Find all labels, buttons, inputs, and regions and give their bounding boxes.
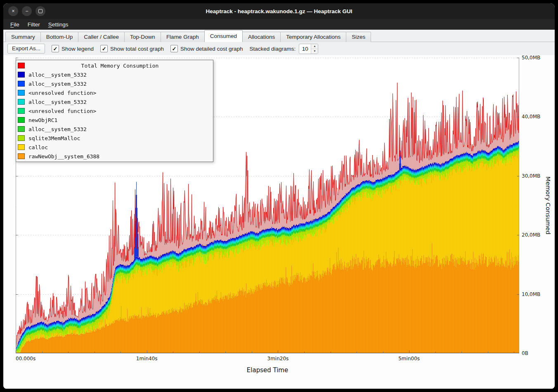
minimize-icon: −	[25, 9, 28, 14]
tab-temporary-allocations[interactable]: Temporary Allocations	[280, 32, 346, 42]
legend-swatch	[18, 153, 25, 159]
legend-swatch	[18, 90, 25, 96]
maximize-icon	[38, 9, 43, 13]
checkbox-box[interactable]: ✓	[100, 45, 108, 52]
checkbox-check-icon: ✓	[172, 46, 176, 52]
x-axis-tick-label: 5min00s	[398, 356, 420, 361]
app-window: × − Heaptrack - heaptrack.wakunode.1.gz …	[3, 3, 555, 389]
y-axis-title: Memory Consumed	[543, 58, 553, 353]
y-axis-tick-label: 20,0MB	[522, 232, 540, 238]
y-axis-tick-label: 40,0MB	[522, 114, 540, 120]
legend-entry: calloc	[18, 143, 211, 152]
spin-down-icon: ▼	[313, 50, 316, 53]
y-axis-tick-label: 0B	[522, 350, 528, 356]
toolbar: Export As... ✓Show legend✓Show total cos…	[3, 42, 555, 55]
checkbox-show-detailed-cost-graph[interactable]: ✓Show detailed cost graph	[170, 45, 243, 52]
checkbox-label: Show detailed cost graph	[180, 46, 243, 52]
menu-item-filter[interactable]: Filter	[24, 20, 44, 29]
legend-entry: rawNewObj__system_6388	[18, 152, 211, 161]
legend-entry-label: alloc__system_5332	[28, 81, 87, 87]
legend-entry-label: newObjRC1	[28, 117, 57, 123]
y-axis-tick-label: 10,0MB	[522, 291, 540, 297]
legend-swatch	[18, 117, 25, 123]
legend-entry: alloc__system_5332	[18, 124, 211, 134]
legend-swatch	[18, 99, 25, 105]
checkbox-show-legend[interactable]: ✓Show legend	[52, 45, 94, 52]
checkbox-group: ✓Show legend✓Show total cost graph✓Show …	[52, 45, 243, 52]
consumed-chart-region: Total Memory Consumption alloc__system_5…	[3, 55, 555, 389]
legend-entry: <unresolved function>	[18, 88, 211, 97]
stacked-diagrams-value[interactable]: 10	[299, 44, 311, 54]
tab-bottom-up[interactable]: Bottom-Up	[40, 32, 79, 42]
close-icon: ×	[12, 9, 14, 14]
legend-entry-label: alloc__system_5332	[28, 72, 87, 78]
tab-sizes[interactable]: Sizes	[346, 32, 371, 42]
minimize-button[interactable]: −	[22, 6, 32, 16]
legend-swatch	[18, 126, 25, 132]
title-bar: × − Heaptrack - heaptrack.wakunode.1.gz …	[3, 3, 555, 19]
x-axis-tick-label: 3min20s	[267, 356, 289, 361]
tab-caller-callee[interactable]: Caller / Callee	[78, 32, 125, 42]
legend-entry-label: <unresolved function>	[28, 90, 96, 96]
legend-entry-label: <unresolved function>	[28, 108, 96, 114]
menu-item-settings[interactable]: Settings	[45, 20, 72, 29]
checkbox-check-icon: ✓	[53, 46, 58, 52]
legend-swatch	[18, 144, 25, 150]
tab-allocations[interactable]: Allocations	[242, 32, 281, 42]
tab-bar: SummaryBottom-UpCaller / CalleeTop-DownF…	[3, 30, 555, 42]
spin-up-button[interactable]: ▲	[311, 44, 318, 49]
legend-swatch	[18, 108, 25, 114]
stacked-diagrams-label: Stacked diagrams:	[250, 46, 296, 52]
legend-entry: <unresolved function>	[18, 106, 211, 115]
legend-title: Total Memory Consumption	[28, 63, 211, 69]
legend-entry-label: alloc__system_5332	[28, 126, 87, 132]
x-axis-title: Elapsed Time	[247, 366, 288, 374]
checkbox-check-icon: ✓	[102, 46, 106, 52]
legend-entry: alloc__system_5332	[18, 97, 211, 106]
legend-swatch	[18, 81, 25, 87]
tab-consumed[interactable]: Consumed	[204, 30, 243, 42]
y-axis-tick-label: 30,0MB	[522, 173, 540, 179]
menu-bar: FileFilterSettings	[3, 19, 555, 30]
legend-title-swatch	[18, 63, 25, 68]
stacked-diagrams-control: Stacked diagrams: 10 ▲ ▼	[250, 44, 319, 54]
legend-entries: alloc__system_5332alloc__system_5332<unr…	[18, 70, 211, 161]
checkbox-box[interactable]: ✓	[52, 45, 59, 52]
legend-entry-label: sqlite3MemMalloc	[28, 135, 80, 141]
maximize-button[interactable]	[35, 6, 45, 16]
legend-title-row: Total Memory Consumption	[18, 61, 211, 70]
tab-top-down[interactable]: Top-Down	[124, 32, 161, 42]
tab-summary[interactable]: Summary	[5, 32, 41, 42]
legend-swatch	[18, 135, 25, 141]
checkbox-show-total-cost-graph[interactable]: ✓Show total cost graph	[100, 45, 164, 52]
legend-entry-label: alloc__system_5332	[28, 99, 87, 105]
checkbox-box[interactable]: ✓	[170, 45, 178, 52]
spin-down-button[interactable]: ▼	[311, 49, 318, 54]
x-axis-tick-label: 00.000s	[16, 356, 35, 361]
checkbox-label: Show total cost graph	[110, 46, 164, 52]
legend-entry: newObjRC1	[18, 115, 211, 124]
legend-entry: alloc__system_5332	[18, 79, 211, 88]
menu-item-file[interactable]: File	[7, 20, 23, 29]
legend-entry-label: calloc	[28, 144, 48, 150]
spin-buttons: ▲ ▼	[311, 44, 318, 54]
chart-legend: Total Memory Consumption alloc__system_5…	[16, 60, 213, 162]
close-button[interactable]: ×	[8, 6, 18, 16]
legend-entry: sqlite3MemMalloc	[18, 134, 211, 143]
export-as-button[interactable]: Export As...	[7, 44, 45, 54]
x-axis-tick-label: 1min40s	[136, 356, 158, 361]
stacked-diagrams-spinbox: 10 ▲ ▼	[299, 44, 318, 54]
legend-entry-label: rawNewObj__system_6388	[28, 153, 99, 160]
window-controls: × −	[8, 3, 45, 19]
window-title: Heaptrack - heaptrack.wakunode.1.gz — He…	[3, 8, 555, 14]
tab-flame-graph[interactable]: Flame Graph	[161, 32, 205, 42]
checkbox-label: Show legend	[61, 46, 94, 52]
legend-swatch	[18, 72, 25, 77]
y-axis-tick-label: 50,0MB	[522, 55, 540, 61]
spin-up-icon: ▲	[313, 45, 316, 48]
legend-entry: alloc__system_5332	[18, 70, 211, 79]
